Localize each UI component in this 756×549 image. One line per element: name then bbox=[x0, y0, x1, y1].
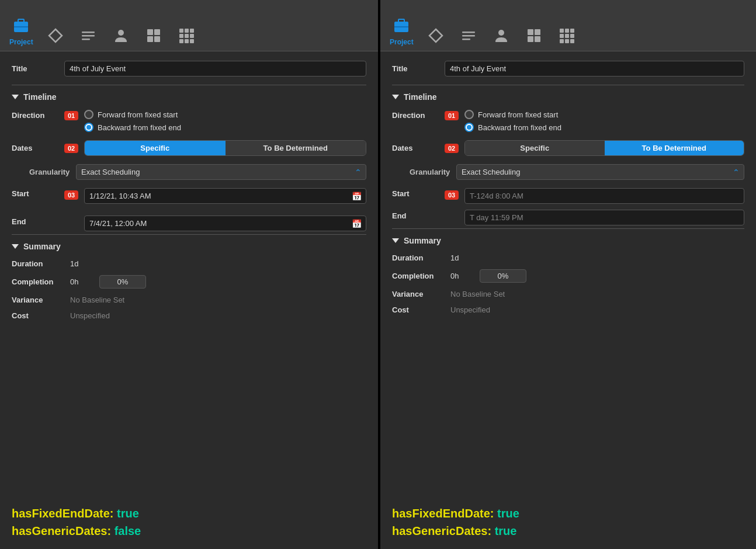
toolbar-diamond-right[interactable] bbox=[425, 25, 446, 46]
svg-rect-18 bbox=[179, 39, 183, 43]
timeline-collapse-right[interactable] bbox=[392, 95, 399, 99]
summary-header-left: Summary bbox=[12, 242, 366, 251]
cost-row-left: Cost Unspecified bbox=[12, 311, 366, 320]
granularity-select-wrapper-right: Exact Scheduling Day Week Month ⌃ bbox=[456, 164, 744, 180]
bottom-val1-right: true bbox=[497, 507, 519, 520]
svg-rect-12 bbox=[179, 29, 183, 33]
grid-small-icon-right bbox=[523, 25, 545, 46]
lines-icon-right bbox=[458, 25, 479, 46]
duration-label-left: Duration bbox=[12, 259, 70, 268]
radio-backward-left[interactable]: Backward from fixed end bbox=[84, 123, 181, 132]
granularity-select-left[interactable]: Exact Scheduling Day Week Month bbox=[76, 164, 366, 180]
person-icon-right bbox=[491, 25, 512, 46]
completion-row-right: Completion 0h bbox=[392, 269, 744, 283]
dates-label-right: Dates bbox=[392, 144, 445, 152]
timeline-header-right: Timeline bbox=[392, 92, 744, 102]
direction-row-right: Direction 01 Forward from fixed start Ba… bbox=[392, 110, 744, 132]
right-content: Title Timeline Direction 01 Forward from… bbox=[380, 51, 756, 493]
summary-title-right: Summary bbox=[404, 236, 441, 245]
radio-backward-label-right: Backward from fixed end bbox=[478, 123, 561, 132]
toolbar-grid-large-left[interactable] bbox=[176, 25, 197, 46]
title-label-left: Title bbox=[12, 64, 64, 73]
toolbar-project-right[interactable]: Project bbox=[390, 15, 414, 46]
toolbar-person-left[interactable] bbox=[110, 25, 131, 46]
dates-row-right: Dates 02 Specific To Be Determined bbox=[392, 140, 744, 156]
cost-value-left: Unspecified bbox=[70, 311, 366, 320]
toolbar-grid-large-right[interactable] bbox=[556, 25, 577, 46]
svg-rect-29 bbox=[528, 29, 533, 35]
radio-backward-right[interactable]: Backward from fixed end bbox=[464, 123, 561, 132]
start-input-right[interactable] bbox=[464, 188, 744, 204]
svg-rect-17 bbox=[190, 34, 194, 38]
title-row-left: Title bbox=[12, 61, 366, 77]
completion-pct-right[interactable] bbox=[480, 269, 526, 283]
svg-rect-8 bbox=[147, 29, 153, 35]
grid-large-icon-left bbox=[176, 25, 197, 46]
title-row-right: Title bbox=[392, 61, 744, 77]
dates-label-left: Dates bbox=[12, 144, 64, 152]
title-input-left[interactable] bbox=[64, 61, 366, 77]
radio-forward-right[interactable]: Forward from fixed start bbox=[464, 110, 561, 119]
radio-forward-left[interactable]: Forward from fixed start bbox=[84, 110, 181, 119]
svg-rect-27 bbox=[462, 39, 470, 40]
end-input-left[interactable] bbox=[84, 216, 366, 231]
date-badge-col-left: 03 bbox=[64, 188, 78, 200]
toolbar-grid-small-right[interactable] bbox=[523, 25, 545, 46]
svg-rect-35 bbox=[570, 29, 574, 33]
svg-rect-31 bbox=[528, 36, 533, 42]
person-icon-left bbox=[110, 25, 131, 46]
bottom-val2-right: true bbox=[495, 524, 517, 537]
title-input-right[interactable] bbox=[445, 61, 744, 77]
completion-inputs-left: 0h bbox=[70, 275, 366, 289]
radio-circle-backward-right bbox=[464, 123, 474, 132]
granularity-row-left: Granularity Exact Scheduling Day Week Mo… bbox=[12, 164, 366, 180]
toggle-tbd-left[interactable]: To Be Determined bbox=[226, 141, 366, 155]
svg-rect-33 bbox=[560, 29, 564, 33]
toolbar-person-right[interactable] bbox=[491, 25, 512, 46]
svg-rect-39 bbox=[560, 39, 564, 43]
toolbar-grid-small-left[interactable] bbox=[143, 25, 164, 46]
radio-backward-label-left: Backward from fixed end bbox=[98, 123, 181, 132]
bottom-labels-left: hasFixedEndDate: true hasGenericDates: f… bbox=[0, 493, 378, 549]
svg-point-7 bbox=[118, 30, 124, 36]
svg-rect-11 bbox=[154, 36, 160, 42]
left-content: Title Timeline Direction 01 Forward from… bbox=[0, 51, 378, 493]
right-panel: Project bbox=[378, 0, 756, 549]
svg-rect-40 bbox=[565, 39, 569, 43]
diamond-icon-right bbox=[425, 25, 446, 46]
toolbar-lines-left[interactable] bbox=[78, 25, 99, 46]
svg-rect-20 bbox=[190, 39, 194, 43]
divider-2-left bbox=[12, 234, 366, 235]
completion-pct-left[interactable] bbox=[99, 275, 146, 289]
timeline-collapse-left[interactable] bbox=[12, 95, 19, 99]
granularity-label-left: Granularity bbox=[29, 168, 76, 176]
completion-label-right: Completion bbox=[392, 272, 450, 280]
granularity-select-right[interactable]: Exact Scheduling Day Week Month bbox=[456, 164, 744, 180]
toolbar-diamond-left[interactable] bbox=[45, 25, 66, 46]
toggle-tbd-right[interactable]: To Be Determined bbox=[605, 141, 744, 155]
svg-point-28 bbox=[498, 30, 504, 36]
toolbar-project-left[interactable]: Project bbox=[9, 15, 33, 46]
svg-marker-24 bbox=[429, 29, 442, 42]
summary-collapse-right[interactable] bbox=[392, 238, 399, 243]
svg-rect-4 bbox=[82, 32, 95, 33]
date-badge-right: 03 bbox=[445, 190, 459, 200]
divider-1-right bbox=[392, 85, 744, 85]
summary-collapse-left[interactable] bbox=[12, 244, 19, 249]
toolbar-lines-right[interactable] bbox=[458, 25, 479, 46]
svg-rect-14 bbox=[190, 29, 194, 33]
svg-rect-2 bbox=[14, 26, 28, 27]
variance-label-right: Variance bbox=[392, 290, 450, 298]
lines-icon-left bbox=[78, 25, 99, 46]
end-input-right[interactable] bbox=[464, 210, 744, 225]
toggle-specific-right[interactable]: Specific bbox=[465, 141, 605, 155]
radio-circle-backward-left bbox=[84, 123, 93, 132]
start-input-left[interactable] bbox=[84, 188, 366, 204]
toolbar-project-label-right: Project bbox=[390, 38, 414, 46]
summary-title-left: Summary bbox=[23, 242, 61, 251]
toggle-specific-left[interactable]: Specific bbox=[85, 141, 226, 155]
dates-toggle-left: Specific To Be Determined bbox=[84, 140, 366, 156]
svg-marker-3 bbox=[49, 29, 62, 42]
variance-row-right: Variance No Baseline Set bbox=[392, 290, 744, 298]
cost-label-right: Cost bbox=[392, 305, 450, 314]
